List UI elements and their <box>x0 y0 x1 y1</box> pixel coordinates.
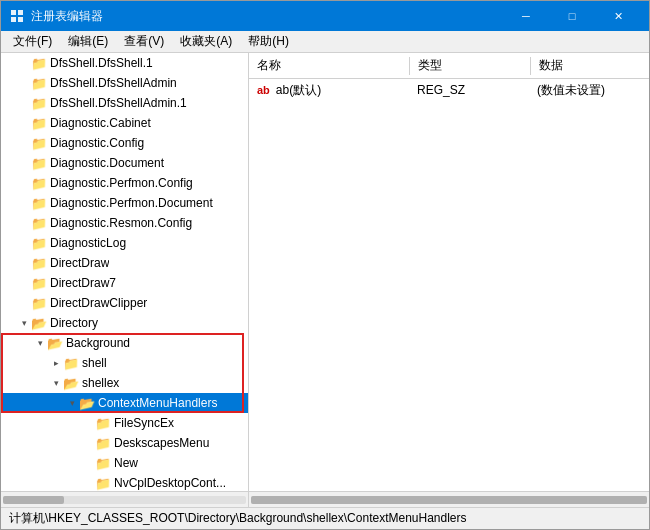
menu-view[interactable]: 查看(V) <box>116 31 172 52</box>
menu-file[interactable]: 文件(F) <box>5 31 60 52</box>
tree-node-directdraw[interactable]: 📁DirectDraw <box>1 253 248 273</box>
tree-node-directdrawclipper[interactable]: 📁DirectDrawClipper <box>1 293 248 313</box>
folder-icon-background: 📂 <box>47 336 63 351</box>
tree-label-diag-resmon-config: Diagnostic.Resmon.Config <box>50 216 192 230</box>
tree-label-diag-log: DiagnosticLog <box>50 236 126 250</box>
svg-rect-2 <box>11 17 16 22</box>
svg-rect-1 <box>18 10 23 15</box>
tree-label-directory: Directory <box>50 316 98 330</box>
main-content: 📁DfsShell.DfsShell.1📁DfsShell.DfsShellAd… <box>1 53 649 491</box>
tree-node-new[interactable]: 📁New <box>1 453 248 473</box>
tree-node-deskscapesmenu[interactable]: 📁DeskscapesMenu <box>1 433 248 453</box>
expand-icon-directdraw7 <box>17 276 31 290</box>
folder-icon-shellex: 📂 <box>63 376 79 391</box>
tree-label-filesynccex: FileSyncEx <box>114 416 174 430</box>
folder-icon-dfsshell-admin: 📁 <box>31 76 47 91</box>
expand-icon-contextmenuhandlers[interactable]: ▾ <box>65 396 79 410</box>
folder-icon-shell: 📁 <box>63 356 79 371</box>
expand-icon-background[interactable]: ▾ <box>33 336 47 350</box>
tree-label-deskscapesmenu: DeskscapesMenu <box>114 436 209 450</box>
tree-node-contextmenuhandlers[interactable]: ▾📂ContextMenuHandlers <box>1 393 248 413</box>
expand-icon-shell[interactable]: ▸ <box>49 356 63 370</box>
expand-icon-deskscapesmenu <box>81 436 95 450</box>
folder-icon-deskscapesmenu: 📁 <box>95 436 111 451</box>
tree-node-nvcpldesktopcont[interactable]: 📁NvCplDesktopCont... <box>1 473 248 491</box>
window-title: 注册表编辑器 <box>31 8 503 25</box>
tree-node-dfsshell-admin[interactable]: 📁DfsShell.DfsShellAdmin <box>1 73 248 93</box>
menu-help[interactable]: 帮助(H) <box>240 31 297 52</box>
tree-node-filesynccex[interactable]: 📁FileSyncEx <box>1 413 248 433</box>
expand-icon-diag-document <box>17 156 31 170</box>
registry-row[interactable]: abab(默认)REG_SZ(数值未设置) <box>249 79 649 101</box>
tree-label-diag-document: Diagnostic.Document <box>50 156 164 170</box>
tree-node-directdraw7[interactable]: 📁DirectDraw7 <box>1 273 248 293</box>
col-header-name: 名称 <box>249 55 409 76</box>
expand-icon-directory[interactable]: ▾ <box>17 316 31 330</box>
expand-icon-new <box>81 456 95 470</box>
expand-icon-dfsshell1 <box>17 56 31 70</box>
tree-node-shellex[interactable]: ▾📂shellex <box>1 373 248 393</box>
folder-icon-diag-resmon-config: 📁 <box>31 216 47 231</box>
minimize-button[interactable]: ─ <box>503 1 549 31</box>
tree-label-diag-perfmon-doc: Diagnostic.Perfmon.Document <box>50 196 213 210</box>
tree-label-diag-cabinet: Diagnostic.Cabinet <box>50 116 151 130</box>
right-header: 名称 类型 数据 <box>249 53 649 79</box>
tree-node-shell[interactable]: ▸📁shell <box>1 353 248 373</box>
svg-rect-3 <box>18 17 23 22</box>
app-icon <box>9 8 25 24</box>
folder-icon-directdrawclipper: 📁 <box>31 296 47 311</box>
right-pane: 名称 类型 数据 abab(默认)REG_SZ(数值未设置) <box>249 53 649 491</box>
folder-icon-directdraw: 📁 <box>31 256 47 271</box>
tree-node-diag-document[interactable]: 📁Diagnostic.Document <box>1 153 248 173</box>
bottom-scrollbar[interactable] <box>1 491 649 507</box>
expand-icon-diag-cabinet <box>17 116 31 130</box>
tree-node-diag-perfmon-doc[interactable]: 📁Diagnostic.Perfmon.Document <box>1 193 248 213</box>
cell-data: (数值未设置) <box>529 80 649 101</box>
expand-icon-diag-log <box>17 236 31 250</box>
expand-icon-dfsshell-admin <box>17 76 31 90</box>
folder-icon-dfsshell-admin1: 📁 <box>31 96 47 111</box>
maximize-button[interactable]: □ <box>549 1 595 31</box>
tree-node-diag-log[interactable]: 📁DiagnosticLog <box>1 233 248 253</box>
tree-node-diag-config[interactable]: 📁Diagnostic.Config <box>1 133 248 153</box>
tree-node-dfsshell1[interactable]: 📁DfsShell.DfsShell.1 <box>1 53 248 73</box>
tree-node-diag-cabinet[interactable]: 📁Diagnostic.Cabinet <box>1 113 248 133</box>
expand-icon-diag-resmon-config <box>17 216 31 230</box>
tree-label-diag-config: Diagnostic.Config <box>50 136 144 150</box>
tree-label-contextmenuhandlers: ContextMenuHandlers <box>98 396 217 410</box>
menu-edit[interactable]: 编辑(E) <box>60 31 116 52</box>
cell-name: abab(默认) <box>249 80 409 101</box>
folder-icon-dfsshell1: 📁 <box>31 56 47 71</box>
folder-icon-diag-perfmon-config: 📁 <box>31 176 47 191</box>
expand-icon-diag-config <box>17 136 31 150</box>
tree-pane[interactable]: 📁DfsShell.DfsShell.1📁DfsShell.DfsShellAd… <box>1 53 249 491</box>
expand-icon-directdrawclipper <box>17 296 31 310</box>
tree-label-new: New <box>114 456 138 470</box>
right-body: abab(默认)REG_SZ(数值未设置) <box>249 79 649 491</box>
folder-icon-filesynccex: 📁 <box>95 416 111 431</box>
expand-icon-shellex[interactable]: ▾ <box>49 376 63 390</box>
folder-icon-nvcpldesktopcont: 📁 <box>95 476 111 491</box>
folder-icon-diag-log: 📁 <box>31 236 47 251</box>
status-bar: 计算机\HKEY_CLASSES_ROOT\Directory\Backgrou… <box>1 507 649 529</box>
folder-icon-directdraw7: 📁 <box>31 276 47 291</box>
menu-favorites[interactable]: 收藏夹(A) <box>172 31 240 52</box>
tree-label-directdrawclipper: DirectDrawClipper <box>50 296 147 310</box>
expand-icon-nvcpldesktopcont <box>81 476 95 490</box>
tree-node-dfsshell-admin1[interactable]: 📁DfsShell.DfsShellAdmin.1 <box>1 93 248 113</box>
tree-label-background: Background <box>66 336 130 350</box>
col-header-data: 数据 <box>531 55 649 76</box>
expand-icon-filesynccex <box>81 416 95 430</box>
col-header-type: 类型 <box>410 55 530 76</box>
tree-node-background[interactable]: ▾📂Background <box>1 333 248 353</box>
tree-node-directory[interactable]: ▾📂Directory <box>1 313 248 333</box>
window-controls: ─ □ ✕ <box>503 1 641 31</box>
expand-icon-dfsshell-admin1 <box>17 96 31 110</box>
tree-label-dfsshell-admin1: DfsShell.DfsShellAdmin.1 <box>50 96 187 110</box>
tree-node-diag-resmon-config[interactable]: 📁Diagnostic.Resmon.Config <box>1 213 248 233</box>
folder-icon-diag-cabinet: 📁 <box>31 116 47 131</box>
tree-node-diag-perfmon-config[interactable]: 📁Diagnostic.Perfmon.Config <box>1 173 248 193</box>
close-button[interactable]: ✕ <box>595 1 641 31</box>
tree-label-diag-perfmon-config: Diagnostic.Perfmon.Config <box>50 176 193 190</box>
cell-type: REG_SZ <box>409 81 529 99</box>
